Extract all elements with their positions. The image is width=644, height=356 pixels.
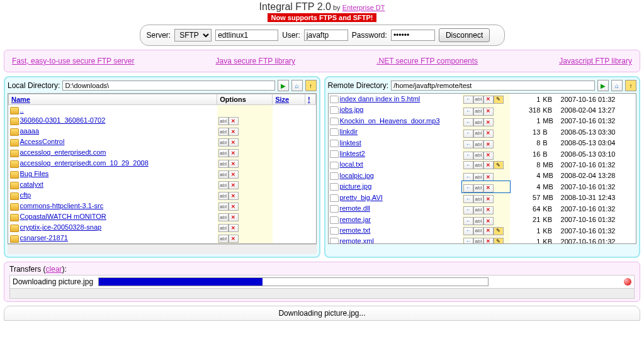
- table-row[interactable]: remote.jar ←abl✕ 21 KB 2007-10-16 01:32: [329, 214, 636, 226]
- delete-icon[interactable]: ✕: [483, 173, 494, 181]
- delete-icon[interactable]: ✕: [229, 117, 239, 125]
- rename-icon[interactable]: abl: [218, 181, 229, 189]
- col-options[interactable]: Options: [217, 94, 273, 105]
- delete-icon[interactable]: ✕: [483, 108, 494, 116]
- rename-icon[interactable]: abl: [473, 108, 483, 116]
- delete-icon[interactable]: ✕: [229, 181, 239, 189]
- rename-icon[interactable]: abl: [218, 149, 229, 157]
- password-input[interactable]: [391, 30, 435, 41]
- link-java-lib[interactable]: Java secure FTP library: [216, 57, 296, 65]
- delete-icon[interactable]: ✕: [483, 184, 494, 192]
- file-name[interactable]: linktest2: [340, 150, 365, 157]
- file-name[interactable]: index dann index in 5.html: [340, 95, 421, 103]
- file-name[interactable]: cryptix-jce-20050328-snap: [20, 223, 102, 231]
- rename-icon[interactable]: abl: [473, 118, 483, 126]
- up-folder-icon[interactable]: ↑: [625, 80, 636, 91]
- delete-icon[interactable]: ✕: [483, 152, 494, 160]
- rename-icon[interactable]: abl: [473, 173, 483, 181]
- go-icon[interactable]: ▶: [597, 80, 609, 91]
- file-name[interactable]: linktest: [340, 139, 361, 147]
- edit-icon[interactable]: ✎: [494, 227, 504, 235]
- file-name[interactable]: csnarser-21871: [20, 234, 68, 242]
- delete-icon[interactable]: ✕: [483, 238, 494, 243]
- delete-icon[interactable]: ✕: [229, 203, 239, 211]
- rename-icon[interactable]: abl: [218, 235, 229, 243]
- rename-icon[interactable]: abl: [218, 160, 229, 168]
- file-name[interactable]: aaaaa: [20, 127, 40, 135]
- rename-icon[interactable]: abl: [473, 161, 483, 169]
- remote-path-input[interactable]: [391, 81, 595, 91]
- rename-icon[interactable]: abl: [473, 152, 483, 160]
- download-icon[interactable]: ←: [463, 238, 473, 243]
- table-row[interactable]: local.txt ←abl✕✎ 8 MB 2007-10-16 01:32: [329, 160, 636, 170]
- file-name[interactable]: pretty_big.AVI: [340, 194, 383, 201]
- rename-icon[interactable]: abl: [473, 140, 483, 148]
- delete-icon[interactable]: ✕: [483, 217, 494, 225]
- h-scrollbar[interactable]: [8, 244, 317, 254]
- file-name[interactable]: catalyxt: [20, 181, 43, 188]
- file-name[interactable]: remote.dll: [340, 204, 370, 212]
- rename-icon[interactable]: abl: [473, 217, 483, 225]
- file-name[interactable]: 360860-0301_360861-0702: [20, 116, 106, 124]
- file-name[interactable]: ..: [20, 106, 24, 114]
- table-row[interactable]: Knockin_on_Heavens_door.mp3 ←abl✕ 1 MB 2…: [329, 116, 636, 127]
- clear-link[interactable]: clear: [46, 265, 62, 274]
- edit-icon[interactable]: ✎: [494, 238, 504, 243]
- link-js-lib[interactable]: Javascript FTP library: [559, 57, 632, 65]
- delete-icon[interactable]: ✕: [483, 118, 494, 126]
- table-row[interactable]: pretty_big.AVI ←abl✕ 57 MB 2008-10-31 12…: [329, 192, 636, 204]
- table-row[interactable]: AccessControl abl✕: [9, 137, 316, 148]
- file-name[interactable]: remote.xml: [340, 237, 374, 243]
- file-name[interactable]: accesslog_enterprisedt.com: [20, 148, 106, 156]
- download-icon[interactable]: ←: [463, 195, 473, 203]
- go-icon[interactable]: ▶: [278, 80, 289, 91]
- download-icon[interactable]: ←: [463, 161, 473, 169]
- rename-icon[interactable]: abl: [473, 96, 483, 104]
- download-icon[interactable]: ←: [463, 108, 473, 116]
- table-row[interactable]: remote.dll ←abl✕ 64 KB 2007-10-16 01:32: [329, 203, 636, 214]
- rename-icon[interactable]: abl: [218, 192, 229, 200]
- table-row[interactable]: remote.xml ←abl✕✎ 1 KB 2007-10-16 01:32: [329, 236, 636, 243]
- delete-icon[interactable]: ✕: [229, 128, 239, 136]
- local-path-input[interactable]: [62, 81, 274, 91]
- table-row[interactable]: remote.txt ←abl✕✎ 1 KB 2007-10-16 01:32: [329, 225, 636, 236]
- table-row[interactable]: jobs.jpg ←abl✕ 318 KB 2008-02-04 13:27: [329, 104, 636, 116]
- delete-icon[interactable]: ✕: [483, 195, 494, 203]
- table-row[interactable]: 360860-0301_360861-0702 abl✕: [9, 116, 316, 126]
- server-host-input[interactable]: [215, 30, 278, 41]
- download-icon[interactable]: ←: [463, 184, 473, 192]
- user-input[interactable]: [304, 30, 348, 41]
- download-icon[interactable]: ←: [463, 152, 473, 160]
- download-icon[interactable]: ←: [463, 206, 473, 214]
- rename-icon[interactable]: abl: [218, 213, 229, 221]
- delete-icon[interactable]: ✕: [483, 130, 494, 138]
- rename-icon[interactable]: abl: [218, 138, 229, 147]
- delete-icon[interactable]: ✕: [483, 227, 494, 235]
- edit-icon[interactable]: ✎: [494, 96, 504, 104]
- vendor-link[interactable]: Enterprise DT: [342, 4, 385, 11]
- file-name[interactable]: jobs.jpg: [340, 106, 364, 113]
- table-row[interactable]: linkdir ←abl✕ 13 B 2008-05-13 03:30: [329, 126, 636, 138]
- delete-icon[interactable]: ✕: [483, 140, 494, 148]
- delete-icon[interactable]: ✕: [229, 170, 239, 179]
- file-name[interactable]: localpic.jpg: [340, 172, 374, 179]
- col-mod[interactable]: !: [305, 94, 315, 105]
- up-folder-icon[interactable]: ↑: [305, 80, 317, 91]
- delete-icon[interactable]: ✕: [483, 161, 494, 169]
- file-name[interactable]: Bug Files: [20, 170, 49, 177]
- h-scrollbar[interactable]: [9, 289, 635, 299]
- file-name[interactable]: CopastalWATCH mONITOR: [20, 213, 106, 220]
- home-icon[interactable]: ⌂: [611, 80, 623, 91]
- server-type-select[interactable]: SFTP: [174, 29, 212, 42]
- table-row[interactable]: cftp abl✕: [9, 191, 316, 201]
- table-row[interactable]: aaaaa abl✕: [9, 126, 316, 137]
- table-row[interactable]: index dann index in 5.html ←abl✕✎ 1 KB 2…: [329, 94, 636, 104]
- download-icon[interactable]: ←: [463, 140, 473, 148]
- table-row[interactable]: ..: [9, 105, 316, 116]
- download-icon[interactable]: ←: [463, 130, 473, 138]
- delete-icon[interactable]: ✕: [229, 224, 239, 232]
- file-name[interactable]: cftp: [20, 191, 31, 199]
- home-icon[interactable]: ⌂: [291, 80, 303, 91]
- edit-icon[interactable]: ✎: [494, 161, 504, 169]
- rename-icon[interactable]: abl: [218, 117, 229, 125]
